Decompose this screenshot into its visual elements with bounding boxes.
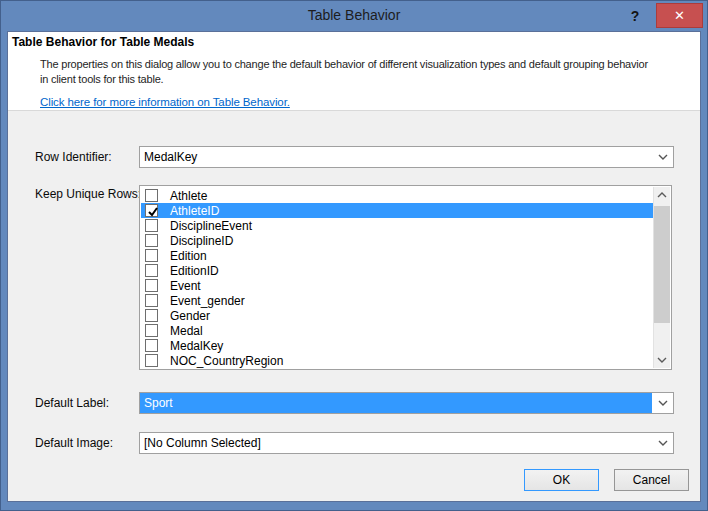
- row-identifier-value: MedalKey: [140, 147, 652, 167]
- list-item-label: AthleteID: [170, 204, 219, 218]
- list-item-label: DisciplineID: [170, 234, 233, 248]
- default-label-combobox[interactable]: Sport: [139, 392, 674, 414]
- keep-unique-rows-label: Keep Unique Rows:: [35, 185, 141, 207]
- scroll-down-icon[interactable]: [654, 352, 670, 368]
- default-image-label: Default Image:: [35, 432, 113, 454]
- default-label-value: Sport: [140, 393, 652, 413]
- dialog-body: Table Behavior for Table Medals The prop…: [7, 31, 701, 502]
- titlebar[interactable]: Table Behavior ? ✕: [1, 1, 707, 31]
- checkbox[interactable]: [145, 264, 158, 277]
- chevron-down-icon: [652, 147, 673, 167]
- list-item[interactable]: MedalKey: [141, 338, 653, 353]
- keep-unique-rows-listbox[interactable]: Athlete AthleteID DisciplineEvent Discip…: [139, 185, 672, 370]
- list-item[interactable]: Gender: [141, 308, 653, 323]
- help-icon[interactable]: ?: [625, 5, 645, 27]
- list-item-label: NOC_CountryRegion: [170, 354, 283, 368]
- chevron-down-icon: [652, 393, 673, 413]
- list-item-label: Gender: [170, 309, 210, 323]
- description-line: in client tools for this table.: [40, 72, 648, 87]
- vertical-scrollbar[interactable]: [653, 187, 670, 368]
- checkbox[interactable]: [145, 219, 158, 232]
- chevron-down-icon: [652, 433, 673, 453]
- list-item[interactable]: Medal: [141, 323, 653, 338]
- list-item[interactable]: DisciplineID: [141, 233, 653, 248]
- ok-button[interactable]: OK: [524, 469, 599, 491]
- list-item[interactable]: Event_gender: [141, 293, 653, 308]
- list-item[interactable]: AthleteID: [141, 203, 653, 218]
- list-item-label: Event_gender: [170, 294, 245, 308]
- list-item-label: EditionID: [170, 264, 219, 278]
- default-image-combobox[interactable]: [No Column Selected]: [139, 432, 674, 454]
- checkbox[interactable]: [145, 309, 158, 322]
- list-item-label: DisciplineEvent: [170, 219, 252, 233]
- default-image-value: [No Column Selected]: [140, 433, 652, 453]
- checkbox[interactable]: [145, 204, 158, 217]
- checkbox[interactable]: [145, 234, 158, 247]
- list-item[interactable]: EditionID: [141, 263, 653, 278]
- checkbox[interactable]: [145, 189, 158, 202]
- row-identifier-combobox[interactable]: MedalKey: [139, 146, 674, 168]
- list-item[interactable]: Event: [141, 278, 653, 293]
- row-identifier-label: Row Identifier:: [35, 146, 112, 168]
- table-behavior-dialog: Table Behavior ? ✕ Table Behavior for Ta…: [0, 0, 708, 511]
- page-title: Table Behavior for Table Medals: [12, 35, 194, 49]
- list-item-label: Medal: [170, 324, 203, 338]
- checkbox[interactable]: [145, 324, 158, 337]
- list-item[interactable]: DisciplineEvent: [141, 218, 653, 233]
- listbox-rows: Athlete AthleteID DisciplineEvent Discip…: [141, 187, 653, 368]
- list-item[interactable]: NOC_CountryRegion: [141, 353, 653, 368]
- close-icon: ✕: [674, 8, 685, 23]
- checkbox[interactable]: [145, 279, 158, 292]
- list-item-label: Edition: [170, 249, 207, 263]
- scroll-up-icon[interactable]: [654, 187, 670, 203]
- list-item-label: Event: [170, 279, 201, 293]
- list-item[interactable]: Edition: [141, 248, 653, 263]
- list-item[interactable]: Athlete: [141, 188, 653, 203]
- cancel-button[interactable]: Cancel: [614, 469, 689, 491]
- checkbox[interactable]: [145, 354, 158, 367]
- description-line: The properties on this dialog allow you …: [40, 57, 648, 72]
- list-item-label: Athlete: [170, 189, 207, 203]
- checkbox[interactable]: [145, 339, 158, 352]
- more-info-link[interactable]: Click here for more information on Table…: [40, 96, 290, 108]
- default-label-label: Default Label:: [35, 392, 109, 414]
- list-item-label: MedalKey: [170, 339, 223, 353]
- dialog-title: Table Behavior: [1, 7, 707, 23]
- description-text: The properties on this dialog allow you …: [40, 57, 648, 87]
- checkbox[interactable]: [145, 249, 158, 262]
- scrollbar-thumb[interactable]: [654, 206, 670, 323]
- close-button[interactable]: ✕: [656, 3, 703, 28]
- header-section: Table Behavior for Table Medals The prop…: [8, 32, 700, 111]
- checkbox[interactable]: [145, 294, 158, 307]
